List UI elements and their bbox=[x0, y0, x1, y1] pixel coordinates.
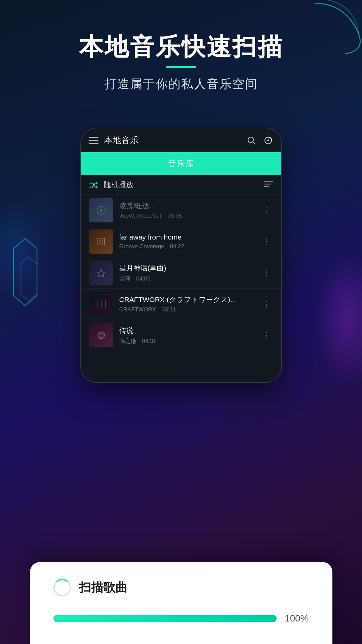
shuffle-row[interactable]: 随机播放 bbox=[81, 175, 281, 195]
list-item[interactable]: 传说 薛之谦 04:31 ⋮ bbox=[81, 320, 281, 351]
search-icon[interactable] bbox=[246, 135, 256, 145]
song-duration: 04:31 bbox=[142, 338, 156, 344]
header-section: 本地音乐快速扫描 打造属于你的私人音乐空间 bbox=[0, 34, 362, 92]
main-title: 本地音乐快速扫描 bbox=[0, 34, 362, 60]
album-art bbox=[89, 292, 113, 316]
song-info: 传说 薛之谦 04:31 bbox=[119, 326, 260, 345]
song-artist: 金莎 bbox=[119, 275, 131, 282]
svg-point-3 bbox=[267, 139, 269, 141]
song-duration: 04:09 bbox=[136, 275, 151, 282]
song-artist: WwW.UKoo.NeT bbox=[119, 213, 162, 219]
song-meta: WwW.UKoo.NeT 03:35 bbox=[119, 213, 260, 219]
song-title: far away from home bbox=[119, 233, 260, 241]
more-icon[interactable]: ⋮ bbox=[260, 203, 273, 217]
song-title: CRAFTWORX (クラフトワークス)... bbox=[119, 295, 260, 304]
song-info: CRAFTWORX (クラフトワークス)... CRAFTWORX 03:31 bbox=[119, 295, 260, 313]
topbar-title: 本地音乐 bbox=[104, 134, 246, 146]
progress-percent-label: 100% bbox=[285, 613, 309, 624]
song-artist: CRAFTWORX bbox=[119, 306, 156, 313]
song-info: 凌晨/旺达... WwW.UKoo.NeT 03:35 bbox=[119, 201, 260, 219]
album-art bbox=[89, 261, 113, 285]
list-item[interactable]: 星月神话(单曲) 金莎 04:09 ⋮ bbox=[81, 257, 281, 289]
sort-icon[interactable] bbox=[264, 180, 273, 189]
shuffle-label: 随机播放 bbox=[104, 180, 264, 190]
list-item[interactable]: CRAFTWORX (クラフトワークス)... CRAFTWORX 03:31 … bbox=[81, 289, 281, 320]
svg-line-1 bbox=[253, 142, 255, 144]
song-meta: Groove Coverage 04:22 bbox=[119, 243, 260, 250]
svg-point-10 bbox=[99, 240, 103, 243]
song-meta: CRAFTWORX 03:31 bbox=[119, 306, 260, 313]
menu-icon[interactable] bbox=[89, 137, 98, 144]
album-art bbox=[89, 323, 113, 347]
music-lib-tab[interactable]: 音乐库 bbox=[81, 152, 281, 175]
album-art bbox=[89, 198, 113, 222]
song-list: 凌晨/旺达... WwW.UKoo.NeT 03:35 ⋮ bbox=[81, 195, 281, 382]
song-meta: 金莎 04:09 bbox=[119, 275, 260, 283]
shuffle-icon bbox=[89, 181, 98, 188]
svg-point-8 bbox=[100, 209, 103, 212]
song-title: 传说 bbox=[119, 326, 260, 335]
more-icon[interactable]: ⋮ bbox=[260, 328, 273, 342]
song-title: 凌晨/旺达... bbox=[119, 201, 260, 211]
topbar-icons bbox=[246, 135, 273, 145]
list-item[interactable]: 凌晨/旺达... WwW.UKoo.NeT 03:35 ⋮ bbox=[81, 195, 281, 226]
scan-icon[interactable] bbox=[263, 135, 273, 145]
scan-dialog: 扫描歌曲 100% bbox=[30, 562, 332, 644]
scan-spinner bbox=[53, 579, 71, 596]
song-info: 星月神话(单曲) 金莎 04:09 bbox=[119, 263, 260, 283]
progress-bar-container: 100% bbox=[53, 613, 309, 624]
svg-rect-9 bbox=[98, 238, 105, 245]
song-artist: 薛之谦 bbox=[119, 338, 136, 344]
deco-glow-purple bbox=[315, 252, 362, 386]
song-title: 星月神话(单曲) bbox=[119, 263, 260, 273]
deco-bottom-left2 bbox=[18, 255, 39, 302]
scan-title: 扫描歌曲 bbox=[79, 579, 127, 596]
title-underline bbox=[166, 66, 196, 68]
song-meta: 薛之谦 04:31 bbox=[119, 337, 260, 345]
progress-bar-fill bbox=[53, 615, 277, 622]
song-info: far away from home Groove Coverage 04:22 bbox=[119, 233, 260, 250]
more-icon[interactable]: ⋮ bbox=[260, 266, 273, 280]
song-artist: Groove Coverage bbox=[119, 243, 164, 250]
scan-header: 扫描歌曲 bbox=[53, 579, 309, 596]
song-duration: 03:31 bbox=[162, 306, 176, 313]
song-duration: 04:22 bbox=[170, 243, 184, 250]
sub-title: 打造属于你的私人音乐空间 bbox=[0, 76, 362, 92]
phone-screen: 本地音乐 音乐库 bbox=[81, 128, 281, 382]
more-icon[interactable]: ⋮ bbox=[260, 234, 273, 249]
progress-bar-background bbox=[53, 615, 277, 622]
phone-mockup: 本地音乐 音乐库 bbox=[80, 128, 282, 383]
album-art bbox=[89, 229, 113, 254]
list-item[interactable]: far away from home Groove Coverage 04:22… bbox=[81, 226, 281, 257]
phone-topbar: 本地音乐 bbox=[81, 128, 281, 152]
song-duration: 03:35 bbox=[168, 213, 182, 219]
more-icon[interactable]: ⋮ bbox=[260, 297, 273, 311]
